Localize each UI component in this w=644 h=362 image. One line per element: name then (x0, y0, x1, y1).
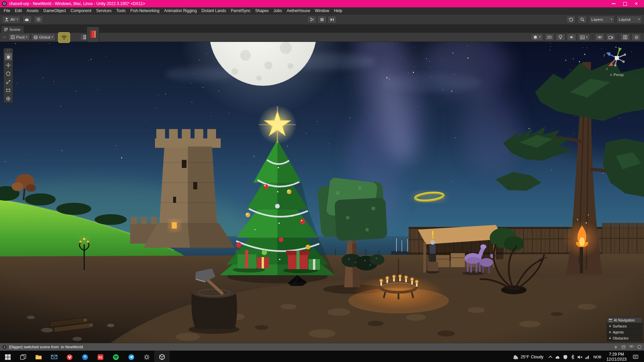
play-button[interactable] (307, 16, 317, 23)
pause-icon (320, 18, 324, 21)
move-tool[interactable] (5, 61, 12, 69)
gear-app-button[interactable] (139, 351, 154, 362)
undo-history-button[interactable] (566, 16, 576, 23)
unity-editor-button[interactable] (154, 351, 170, 362)
pivot-mode-dropdown[interactable]: Pivot ▾ (8, 34, 30, 41)
browser-red-button[interactable] (62, 351, 77, 362)
split-view-button[interactable] (621, 34, 630, 41)
keyboard-language-indicator[interactable]: NOB (591, 355, 604, 359)
cloud-services-button[interactable] (22, 16, 32, 23)
menu-file[interactable]: File (1, 8, 12, 13)
console-status-message[interactable]: [Digger] switched scene from to NewWorld (9, 345, 83, 349)
scene-viewport[interactable]: ! (0, 42, 644, 343)
scene-audio-toggle[interactable] (567, 34, 576, 41)
menu-tools[interactable]: Tools (114, 8, 128, 13)
mail-envelope-icon (51, 355, 57, 359)
bluetooth-icon (571, 355, 575, 359)
scene-camera-settings-button[interactable] (606, 34, 615, 41)
transform-tool[interactable] (5, 95, 12, 102)
blue-messenger-button[interactable] (123, 351, 139, 362)
foldout-triangle-icon (609, 331, 611, 333)
projection-toggle[interactable]: < Persp (598, 73, 635, 77)
task-view-icon (20, 354, 26, 360)
gizmo-x-axis-label: x (606, 67, 608, 71)
file-explorer-button[interactable] (31, 351, 46, 362)
account-icon (4, 17, 9, 22)
overlay-network-hud-button[interactable] (58, 32, 70, 43)
notification-icon (633, 355, 638, 359)
window-controls: ✕ (608, 0, 642, 7)
tray-expand-button[interactable] (547, 351, 554, 362)
menu-parrelsync[interactable]: ParrelSync (228, 8, 253, 13)
ai-nav-agents-label: Agents (613, 330, 624, 334)
minimize-button[interactable] (608, 0, 619, 7)
spotify-button[interactable] (108, 351, 123, 362)
menu-jobs[interactable]: Jobs (271, 8, 284, 13)
orientation-gizmo[interactable]: z x < Persp (598, 45, 635, 77)
menu-gameobject[interactable]: GameObject (41, 8, 68, 13)
mail-button[interactable] (46, 351, 62, 362)
hidden-objects-toggle[interactable] (595, 34, 604, 41)
scale-tool[interactable] (5, 78, 12, 85)
search-button[interactable] (578, 16, 587, 23)
menu-animation-rigging[interactable]: Animation Rigging (162, 8, 199, 13)
tab-scene[interactable]: Scene (1, 25, 24, 33)
scene-tools-overlay (3, 48, 13, 103)
tray-bluetooth[interactable] (569, 351, 576, 362)
menu-services[interactable]: Services (94, 8, 114, 13)
menu-fish-networking[interactable]: Fish-Networking (128, 8, 162, 13)
view-hand-tool[interactable] (5, 53, 12, 60)
tray-security[interactable] (561, 351, 569, 362)
tray-network[interactable] (584, 351, 591, 362)
ai-nav-agents-foldout[interactable]: Agents (607, 329, 642, 335)
taskbar-clock[interactable]: 7:29 PM 12/21/2023 (604, 352, 629, 362)
handle-rotation-dropdown[interactable]: Global ▾ (31, 34, 55, 41)
maximize-button[interactable] (619, 0, 631, 7)
package-icon[interactable] (621, 345, 626, 349)
ai-navigation-header[interactable]: AI Navigation (607, 317, 642, 323)
start-button[interactable] (0, 351, 15, 362)
account-dropdown[interactable]: AV ▾ (2, 16, 20, 23)
action-center-button[interactable] (629, 355, 642, 359)
menu-window[interactable]: Window (313, 8, 332, 13)
tray-onedrive[interactable] (554, 351, 561, 362)
toolbar-handle-icon[interactable] (2, 36, 7, 39)
menu-assets[interactable]: Assets (24, 8, 41, 13)
menu-help[interactable]: Help (331, 8, 344, 13)
tray-volume[interactable] (576, 351, 584, 362)
overlay-documentation-button[interactable] (87, 26, 99, 42)
task-view-button[interactable] (15, 351, 31, 362)
notifications-muted-icon[interactable] (613, 345, 618, 349)
collab-history-button[interactable] (34, 16, 43, 23)
ez-app-button[interactable]: Ez (93, 351, 108, 362)
draw-mode-dropdown[interactable]: ▾ (531, 34, 543, 41)
layout-dropdown[interactable]: Layout ▾ (616, 16, 642, 23)
scene-lighting-toggle[interactable] (556, 34, 565, 41)
edge-browser-button[interactable] (77, 351, 93, 362)
menu-edit[interactable]: Edit (12, 8, 24, 13)
foldout-triangle-icon (609, 325, 611, 327)
2d-label: 2D (547, 35, 552, 39)
sync-progress-icon[interactable] (637, 345, 642, 349)
step-button[interactable] (327, 16, 337, 23)
ai-nav-obstacles-foldout[interactable]: Obstacles (607, 335, 642, 341)
scene-toolbar: Pivot ▾ Global ▾ ▾ ▾ 2D (0, 33, 644, 42)
status-bar-icons (613, 345, 642, 349)
taskbar-weather[interactable]: 25°F Cloudy (509, 354, 547, 360)
scene-effects-dropdown[interactable]: ▾ (578, 34, 590, 41)
overlay-drag-handle[interactable] (6, 49, 11, 52)
rect-tool[interactable] (5, 86, 12, 94)
layers-dropdown[interactable]: Layers ▾ (589, 16, 614, 23)
rotate-tool[interactable] (5, 70, 12, 77)
menu-distant-lands[interactable]: Distant Lands (199, 8, 228, 13)
ai-nav-surfaces-foldout[interactable]: Surfaces (607, 323, 642, 329)
visibility-icon[interactable] (629, 345, 634, 348)
hamburger-icon (609, 319, 612, 322)
close-button[interactable]: ✕ (631, 0, 642, 7)
menu-shapes[interactable]: Shapes (253, 8, 271, 13)
scene-view-options-button[interactable] (632, 34, 641, 41)
pause-button[interactable] (317, 16, 327, 23)
2d-toggle-button[interactable]: 2D (545, 34, 554, 41)
menu-component[interactable]: Component (68, 8, 94, 13)
menu-aetherhouse[interactable]: AetherHouse (284, 8, 313, 13)
